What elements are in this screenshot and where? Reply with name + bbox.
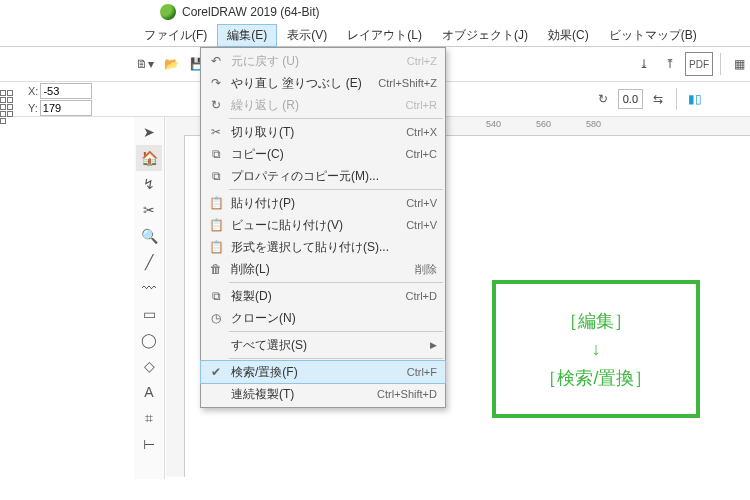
y-input[interactable]: [40, 100, 92, 116]
check-icon: ✔: [205, 365, 227, 379]
crop-tool-icon[interactable]: ✂: [136, 197, 162, 223]
menu-bitmap[interactable]: ビットマップ(B): [599, 24, 707, 47]
edit-menu-dropdown: ↶ 元に戻す (U) Ctrl+Z ↷ やり直し 塗りつぶし (E) Ctrl+…: [200, 47, 446, 408]
copy-icon: ⧉: [205, 147, 227, 161]
submenu-arrow-icon: ▶: [424, 340, 437, 350]
menu-view[interactable]: 表示(V): [277, 24, 337, 47]
app-title: CorelDRAW 2019 (64-Bit): [182, 5, 320, 19]
menu-delete[interactable]: 🗑 削除(L) 削除: [201, 258, 445, 280]
menu-paste-special[interactable]: 📋 形式を選択して貼り付け(S)...: [201, 236, 445, 258]
property-grip-icon: [0, 90, 18, 108]
callout-line1: ［編集］: [560, 309, 632, 333]
position-readout: X: Y:: [22, 81, 98, 118]
annotation-callout: ［編集］ ↓ ［検索/置換］: [492, 280, 700, 418]
undo-icon: ↶: [205, 54, 227, 68]
menu-paste-view[interactable]: 📋 ビューに貼り付け(V) Ctrl+V: [201, 214, 445, 236]
coreldraw-logo-icon: [160, 4, 176, 20]
delete-icon: 🗑: [205, 262, 227, 276]
polygon-tool-icon[interactable]: ◇: [136, 353, 162, 379]
text-tool-icon[interactable]: A: [136, 379, 162, 405]
x-label: X:: [28, 85, 38, 97]
menu-duplicate[interactable]: ⧉ 複製(D) Ctrl+D: [201, 285, 445, 307]
paste-special-icon: 📋: [205, 240, 227, 254]
import-icon[interactable]: ⤓: [633, 53, 655, 75]
rotate-icon[interactable]: ↻: [592, 88, 614, 110]
clone-icon: ◷: [205, 311, 227, 325]
menu-step-duplicate[interactable]: 連続複製(T) Ctrl+Shift+D: [201, 383, 445, 405]
dimension-tool-icon[interactable]: ⊢: [136, 431, 162, 457]
duplicate-icon: ⧉: [205, 289, 227, 303]
menu-edit[interactable]: 編集(E): [217, 24, 277, 47]
new-doc-icon[interactable]: 🗎▾: [134, 53, 156, 75]
menu-bar: ファイル(F) 編集(E) 表示(V) レイアウト(L) オブジェクト(J) 効…: [0, 24, 750, 47]
ruler-vertical: [166, 135, 185, 477]
menu-select-all[interactable]: すべて選択(S) ▶: [201, 334, 445, 356]
freehand-tool-icon[interactable]: ╱: [136, 249, 162, 275]
table-tool-icon[interactable]: ⌗: [136, 405, 162, 431]
rectangle-tool-icon[interactable]: ▭: [136, 301, 162, 327]
cut-icon: ✂: [205, 125, 227, 139]
mirror-icon[interactable]: ⇆: [647, 88, 669, 110]
menu-object[interactable]: オブジェクト(J): [432, 24, 538, 47]
ruler-tick: 540: [486, 119, 501, 129]
y-label: Y:: [28, 102, 38, 114]
title-bar: CorelDRAW 2019 (64-Bit): [0, 0, 750, 24]
callout-line3: ［検索/置換］: [539, 366, 652, 390]
pdf-icon[interactable]: PDF: [685, 52, 713, 76]
repeat-icon: ↻: [205, 98, 227, 112]
menu-repeat[interactable]: ↻ 繰り返し (R) Ctrl+R: [201, 94, 445, 116]
pick-tool-icon[interactable]: ➤: [136, 119, 162, 145]
paste-icon: 📋: [205, 196, 227, 210]
toolbox: ➤ 🏠 ↯ ✂ 🔍 ╱ 〰 ▭ ◯ ◇ A ⌗ ⊢: [134, 117, 165, 479]
menu-layout[interactable]: レイアウト(L): [337, 24, 432, 47]
menu-clone[interactable]: ◷ クローン(N): [201, 307, 445, 329]
paste-view-icon: 📋: [205, 218, 227, 232]
copy-prop-icon: ⧉: [205, 169, 227, 183]
menu-copy-properties[interactable]: ⧉ プロパティのコピー元(M)...: [201, 165, 445, 187]
x-input[interactable]: [40, 83, 92, 99]
ruler-tick: 560: [536, 119, 551, 129]
menu-undo[interactable]: ↶ 元に戻す (U) Ctrl+Z: [201, 50, 445, 72]
rotation-input[interactable]: 0.0: [618, 89, 643, 109]
redo-icon: ↷: [205, 76, 227, 90]
menu-copy[interactable]: ⧉ コピー(C) Ctrl+C: [201, 143, 445, 165]
smear-tool-icon[interactable]: 〰: [136, 275, 162, 301]
shape-tool-icon[interactable]: ↯: [136, 171, 162, 197]
home-icon[interactable]: 🏠: [136, 145, 162, 171]
ruler-tick: 580: [586, 119, 601, 129]
menu-redo[interactable]: ↷ やり直し 塗りつぶし (E) Ctrl+Shift+Z: [201, 72, 445, 94]
menu-file[interactable]: ファイル(F): [134, 24, 217, 47]
ellipse-tool-icon[interactable]: ◯: [136, 327, 162, 353]
zoom-tool-icon[interactable]: 🔍: [136, 223, 162, 249]
snap-icon[interactable]: ▦: [728, 53, 750, 75]
menu-paste[interactable]: 📋 貼り付け(P) Ctrl+V: [201, 192, 445, 214]
callout-arrow: ↓: [592, 339, 601, 360]
menu-find-replace[interactable]: ✔ 検索/置換(F) Ctrl+F: [201, 361, 445, 383]
open-icon[interactable]: 📂: [160, 53, 182, 75]
menu-cut[interactable]: ✂ 切り取り(T) Ctrl+X: [201, 121, 445, 143]
export-icon[interactable]: ⤒: [659, 53, 681, 75]
menu-effect[interactable]: 効果(C): [538, 24, 599, 47]
align-icon[interactable]: ▮▯: [684, 88, 706, 110]
